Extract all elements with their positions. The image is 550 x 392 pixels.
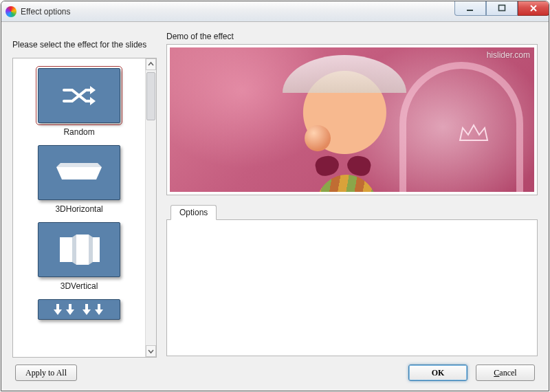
effects-scrollbar[interactable] bbox=[145, 58, 156, 357]
chevron-up-icon bbox=[148, 61, 154, 67]
close-button[interactable] bbox=[518, 1, 549, 16]
app-icon bbox=[6, 6, 16, 17]
apply-to-all-button[interactable]: Apply to All bbox=[15, 364, 77, 381]
options-box: Options bbox=[166, 205, 538, 358]
demo-bowtie-decor bbox=[316, 156, 371, 181]
svg-rect-4 bbox=[60, 237, 72, 262]
cancel-button[interactable]: Cancel bbox=[476, 364, 535, 381]
options-frame bbox=[166, 219, 538, 356]
maximize-button[interactable] bbox=[486, 1, 518, 16]
effect-thumb-3dvertical bbox=[38, 222, 120, 277]
shuffle-icon bbox=[60, 82, 98, 109]
effects-instruction: Please select the effect for the slides bbox=[12, 32, 157, 58]
effects-list-container: Random 3DHorizontal bbox=[12, 58, 157, 358]
demo-preview-image: hislider.com bbox=[170, 47, 534, 192]
svg-marker-5 bbox=[72, 235, 76, 265]
effect-thumb-3dhorizontal bbox=[38, 145, 120, 200]
scroll-down-button[interactable] bbox=[146, 345, 156, 357]
svg-marker-3 bbox=[56, 163, 102, 167]
svg-marker-7 bbox=[89, 235, 93, 265]
svg-marker-2 bbox=[56, 167, 102, 179]
minimize-icon bbox=[466, 4, 474, 12]
svg-rect-1 bbox=[499, 5, 505, 10]
dialog-footer: Apply to All OK Cancel bbox=[12, 358, 538, 385]
preview-panel: Demo of the effect hislider.com Options bbox=[166, 32, 538, 358]
svg-rect-6 bbox=[76, 235, 89, 265]
chevron-down-icon bbox=[148, 348, 154, 354]
ok-button[interactable]: OK bbox=[408, 364, 468, 381]
options-tab[interactable]: Options bbox=[170, 205, 217, 220]
effects-panel: Please select the effect for the slides … bbox=[12, 32, 157, 358]
effect-thumb-partial bbox=[38, 299, 120, 320]
svg-rect-8 bbox=[93, 237, 100, 262]
maximize-icon bbox=[498, 4, 506, 12]
window-title: Effect options bbox=[21, 7, 454, 17]
effect-thumb-random bbox=[38, 68, 120, 123]
minimize-button[interactable] bbox=[454, 1, 486, 16]
effect-label: 3DHorizontal bbox=[34, 204, 124, 218]
panels-vertical-icon bbox=[52, 230, 107, 269]
effect-item-random[interactable]: Random bbox=[34, 68, 124, 141]
demo-watermark: hislider.com bbox=[487, 50, 530, 60]
effect-item-3dvertical[interactable]: 3DVertical bbox=[34, 222, 124, 295]
effects-list[interactable]: Random 3DHorizontal bbox=[13, 58, 145, 357]
effect-options-window: Effect options Please select the effect … bbox=[1, 1, 549, 391]
svg-rect-0 bbox=[467, 10, 473, 11]
arrows-down-icon bbox=[48, 301, 110, 318]
demo-box: hislider.com bbox=[166, 44, 538, 195]
scroll-up-button[interactable] bbox=[146, 58, 156, 70]
title-bar[interactable]: Effect options bbox=[1, 1, 549, 22]
cuboid-horizontal-icon bbox=[50, 156, 109, 189]
effect-label: Random bbox=[34, 127, 124, 141]
window-buttons bbox=[454, 1, 549, 16]
demo-label: Demo of the effect bbox=[166, 32, 538, 44]
crown-icon bbox=[457, 122, 490, 143]
scroll-thumb[interactable] bbox=[146, 72, 155, 120]
effect-item-3dhorizontal[interactable]: 3DHorizontal bbox=[34, 145, 124, 218]
effect-item-partial[interactable] bbox=[34, 299, 124, 320]
effect-label: 3DVertical bbox=[34, 281, 124, 295]
dialog-body: Please select the effect for the slides … bbox=[1, 22, 549, 391]
close-icon bbox=[529, 4, 538, 12]
